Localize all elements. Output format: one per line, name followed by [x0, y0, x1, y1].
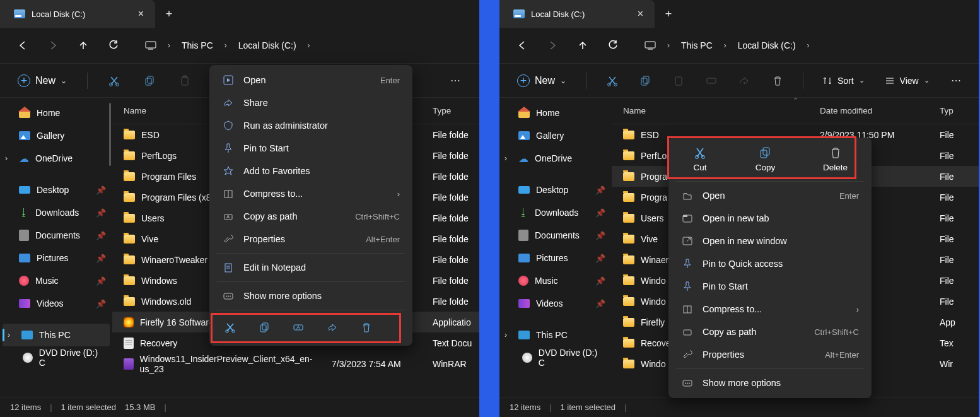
sidebar-gallery[interactable]: Gallery — [499, 124, 612, 147]
forward-button[interactable] — [39, 33, 67, 58]
crumb-local-disk[interactable]: Local Disk (C:) — [231, 33, 304, 58]
copy-icon[interactable] — [137, 68, 162, 93]
close-tab-button[interactable]: × — [635, 8, 646, 20]
sidebar-pictures[interactable]: Pictures📌 — [499, 247, 612, 269]
new-tab-button[interactable]: + — [655, 8, 682, 21]
sidebar-documents[interactable]: Documents📌 — [499, 224, 612, 247]
chevron-icon[interactable]: › — [164, 41, 174, 50]
chevron-icon[interactable]: › — [720, 41, 730, 50]
crumb-this-pc[interactable]: This PC — [674, 33, 720, 58]
col-name[interactable]: Name — [623, 106, 820, 115]
window-tab[interactable]: Local Disk (C:) × — [0, 0, 155, 28]
forward-button[interactable] — [539, 33, 566, 58]
more-button[interactable]: ⋯ — [945, 68, 967, 93]
sidebar-downloads[interactable]: ⭳Downloads📌 — [0, 201, 112, 224]
new-tab-button[interactable]: + — [155, 8, 183, 21]
refresh-button[interactable] — [100, 33, 127, 58]
sidebar-dvd[interactable]: DVD Drive (D:) C — [0, 346, 112, 369]
new-button[interactable]: + New ⌄ — [11, 71, 73, 91]
close-tab-button[interactable]: × — [136, 8, 146, 20]
sidebar-videos[interactable]: Videos📌 — [0, 292, 112, 315]
ctx-delete-button[interactable]: Delete — [823, 145, 848, 172]
ctx-pin-start[interactable]: Pin to Start — [213, 137, 409, 160]
ctx-show-more[interactable]: Show more options — [213, 285, 409, 307]
expand-icon[interactable]: › — [505, 154, 507, 163]
ctx-rename-icon[interactable]: A — [289, 318, 308, 337]
ctx-compress[interactable]: Compress to...› — [672, 298, 868, 320]
sidebar-documents[interactable]: Documents📌 — [0, 224, 112, 247]
ctx-copy-button[interactable]: Copy — [755, 145, 776, 172]
sidebar-desktop[interactable]: Desktop📌 — [0, 179, 112, 201]
sidebar-music[interactable]: Music📌 — [499, 269, 612, 292]
ctx-run-admin[interactable]: Run as administrator — [213, 114, 409, 137]
ctx-open[interactable]: OpenEnter — [213, 69, 409, 91]
ctx-cut-button[interactable]: Cut — [692, 145, 708, 172]
col-type[interactable]: Typ — [940, 106, 979, 115]
sidebar-music[interactable]: Music📌 — [0, 269, 112, 292]
ctx-pin-start[interactable]: Pin to Start — [672, 275, 868, 298]
sidebar-home[interactable]: Home — [499, 102, 612, 124]
ctx-copy-icon[interactable] — [255, 318, 274, 337]
sidebar-home[interactable]: Home — [0, 102, 112, 124]
chevron-icon[interactable]: › — [663, 41, 674, 50]
delete-icon[interactable] — [766, 68, 789, 93]
ctx-properties[interactable]: PropertiesAlt+Enter — [672, 343, 868, 366]
up-button[interactable] — [569, 33, 597, 58]
cut-icon[interactable] — [102, 68, 127, 93]
ctx-pin-quick[interactable]: Pin to Quick access — [672, 252, 868, 275]
more-button[interactable]: ⋯ — [443, 68, 468, 93]
address-bar[interactable]: › This PC › Local Disk (C:) › — [633, 33, 970, 58]
sidebar-videos[interactable]: Videos📌 — [499, 292, 612, 315]
ctx-share-icon[interactable] — [323, 318, 342, 337]
window-tab[interactable]: Local Disk (C:) × — [499, 0, 655, 28]
sidebar-pictures[interactable]: Pictures📌 — [0, 247, 112, 269]
ctx-edit-notepad[interactable]: Edit in Notepad — [213, 256, 409, 279]
ctx-properties[interactable]: PropertiesAlt+Enter — [213, 228, 409, 250]
ctx-share[interactable]: Share — [213, 91, 409, 114]
column-headers[interactable]: ⌃ Name Date modified Typ — [612, 98, 979, 124]
ctx-copy-path[interactable]: Copy as pathCtrl+Shift+C — [672, 320, 868, 343]
ctx-open[interactable]: OpenEnter — [672, 184, 868, 207]
expand-icon[interactable]: › — [5, 154, 8, 163]
ctx-cut-icon[interactable] — [221, 318, 240, 337]
table-row[interactable]: Windows11_InsiderPreview_Client_x64_en-u… — [112, 353, 479, 374]
ctx-open-tab[interactable]: Open in new tab — [672, 207, 868, 230]
ctx-add-favorites[interactable]: Add to Favorites — [213, 160, 409, 182]
sort-button[interactable]: Sort⌄ — [817, 72, 870, 90]
rename-icon[interactable] — [700, 68, 723, 93]
sidebar-this-pc[interactable]: ›This PC — [3, 324, 110, 346]
copy-icon[interactable] — [634, 68, 656, 93]
new-button[interactable]: + New ⌄ — [511, 71, 573, 91]
crumb-local-disk[interactable]: Local Disk (C:) — [730, 33, 803, 58]
chevron-icon[interactable]: › — [221, 41, 231, 50]
back-button[interactable] — [9, 33, 37, 58]
chevron-icon[interactable]: › — [803, 41, 814, 50]
col-type[interactable]: Type — [433, 106, 479, 115]
ctx-delete-icon[interactable] — [357, 318, 376, 337]
sidebar-this-pc[interactable]: ›This PC — [499, 324, 612, 346]
paste-icon[interactable] — [172, 68, 197, 93]
view-button[interactable]: View⌄ — [880, 72, 935, 90]
back-button[interactable] — [508, 33, 536, 58]
address-bar[interactable]: › This PC › Local Disk (C:) › — [134, 33, 470, 58]
expand-icon[interactable]: › — [505, 331, 507, 339]
chevron-icon[interactable]: › — [304, 41, 314, 50]
sidebar-onedrive[interactable]: ›☁OneDrive — [499, 147, 612, 170]
sidebar-dvd[interactable]: DVD Drive (D:) C — [499, 346, 612, 369]
ctx-compress[interactable]: Compress to...› — [213, 182, 409, 205]
up-button[interactable] — [69, 33, 97, 58]
crumb-pc-icon[interactable] — [637, 33, 663, 58]
col-date[interactable]: Date modified — [820, 106, 940, 115]
sidebar-gallery[interactable]: Gallery — [0, 124, 112, 147]
paste-icon[interactable] — [667, 68, 690, 93]
expand-icon[interactable]: › — [8, 331, 10, 339]
crumb-pc-icon[interactable] — [137, 33, 164, 58]
ctx-copy-path[interactable]: ACopy as pathCtrl+Shift+C — [213, 205, 409, 228]
sidebar-desktop[interactable]: Desktop📌 — [499, 179, 612, 201]
sidebar-downloads[interactable]: ⭳Downloads📌 — [499, 201, 612, 224]
ctx-open-window[interactable]: Open in new window — [672, 230, 868, 252]
refresh-button[interactable] — [599, 33, 627, 58]
share-icon[interactable] — [733, 68, 755, 93]
ctx-show-more[interactable]: Show more options — [672, 372, 868, 394]
sidebar-onedrive[interactable]: ›☁OneDrive — [0, 147, 112, 170]
